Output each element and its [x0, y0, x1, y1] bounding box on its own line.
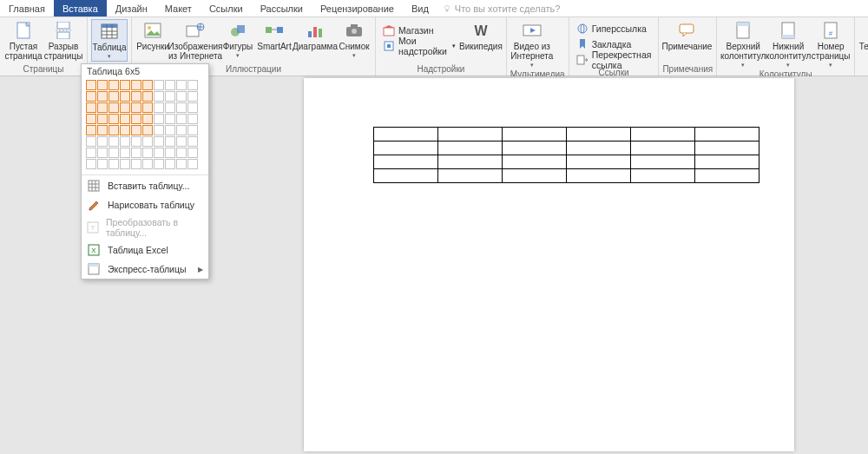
table-button[interactable]: Таблица ▾ — [91, 19, 128, 62]
tab-review[interactable]: Рецензирование — [312, 0, 403, 16]
grid-picker-cell[interactable] — [187, 159, 198, 169]
table-cell[interactable] — [438, 169, 503, 183]
grid-picker-cell[interactable] — [165, 91, 175, 102]
grid-picker-cell[interactable] — [120, 159, 130, 169]
grid-picker-cell[interactable] — [120, 114, 130, 124]
grid-picker-cell[interactable] — [120, 136, 130, 147]
grid-picker-cell[interactable] — [187, 114, 198, 124]
grid-picker-cell[interactable] — [154, 125, 164, 135]
page-number-button[interactable]: #Номер страницы▾ — [811, 19, 851, 69]
grid-picker-cell[interactable] — [97, 159, 108, 169]
grid-picker-cell[interactable] — [97, 125, 108, 135]
grid-picker-cell[interactable] — [154, 91, 164, 102]
grid-picker-cell[interactable] — [142, 80, 153, 90]
grid-picker-cell[interactable] — [108, 148, 119, 158]
grid-picker-cell[interactable] — [142, 102, 153, 113]
table-cell[interactable] — [438, 128, 503, 141]
grid-picker-cell[interactable] — [86, 148, 96, 158]
grid-picker-cell[interactable] — [176, 80, 187, 90]
grid-picker-cell[interactable] — [187, 125, 198, 135]
header-button[interactable]: Верхний колонтитул▾ — [720, 19, 766, 69]
table-cell[interactable] — [695, 141, 760, 155]
grid-picker-cell[interactable] — [86, 91, 96, 102]
chart-button[interactable]: Диаграмма — [293, 19, 337, 51]
grid-picker-cell[interactable] — [165, 136, 175, 147]
table-cell[interactable] — [631, 155, 695, 169]
table-cell[interactable] — [567, 141, 631, 155]
quick-tables-item[interactable]: Экспресс-таблицы▶ — [82, 260, 208, 279]
grid-picker-cell[interactable] — [108, 102, 119, 113]
table-cell[interactable] — [567, 155, 631, 169]
grid-picker-cell[interactable] — [176, 148, 187, 158]
grid-picker-cell[interactable] — [142, 159, 153, 169]
insert-table-item[interactable]: Вставить таблицу... — [82, 176, 208, 195]
grid-picker-cell[interactable] — [131, 80, 141, 90]
table-cell[interactable] — [631, 169, 695, 183]
my-addins-button[interactable]: Мои надстройки▾ — [379, 38, 459, 54]
table-cell[interactable] — [374, 128, 438, 141]
grid-picker-cell[interactable] — [176, 159, 187, 169]
table-cell[interactable] — [374, 169, 438, 183]
grid-picker-cell[interactable] — [142, 148, 153, 158]
grid-picker-cell[interactable] — [187, 102, 198, 113]
grid-picker-cell[interactable] — [154, 80, 164, 90]
table-cell[interactable] — [503, 155, 567, 169]
smartart-button[interactable]: SmartArt — [255, 19, 293, 51]
grid-picker-cell[interactable] — [142, 136, 153, 147]
grid-picker-cell[interactable] — [187, 80, 198, 90]
grid-picker-cell[interactable] — [165, 80, 175, 90]
online-pictures-button[interactable]: Изображения из Интернета — [170, 19, 220, 61]
grid-picker-cell[interactable] — [97, 148, 108, 158]
crossref-button[interactable]: Перекрестная ссылка — [573, 52, 655, 68]
grid-picker-cell[interactable] — [176, 91, 187, 102]
grid-picker-cell[interactable] — [108, 125, 119, 135]
grid-picker[interactable] — [82, 78, 208, 174]
grid-picker-cell[interactable] — [131, 159, 141, 169]
table-cell[interactable] — [695, 128, 760, 141]
grid-picker-cell[interactable] — [120, 91, 130, 102]
grid-picker-cell[interactable] — [131, 91, 141, 102]
grid-picker-cell[interactable] — [176, 125, 187, 135]
grid-picker-cell[interactable] — [86, 114, 96, 124]
grid-picker-cell[interactable] — [120, 80, 130, 90]
grid-picker-cell[interactable] — [154, 102, 164, 113]
tab-insert[interactable]: Вставка — [54, 0, 107, 16]
grid-picker-cell[interactable] — [108, 91, 119, 102]
grid-picker-cell[interactable] — [176, 102, 187, 113]
grid-picker-cell[interactable] — [86, 159, 96, 169]
table-cell[interactable] — [695, 155, 760, 169]
table-cell[interactable] — [503, 128, 567, 141]
excel-table-item[interactable]: XТаблица Excel — [82, 240, 208, 260]
grid-picker-cell[interactable] — [131, 102, 141, 113]
table-cell[interactable] — [631, 128, 695, 141]
table-cell[interactable] — [567, 169, 631, 183]
grid-picker-cell[interactable] — [131, 125, 141, 135]
table-cell[interactable] — [503, 169, 567, 183]
table-cell[interactable] — [374, 141, 438, 155]
table-cell[interactable] — [695, 169, 760, 183]
grid-picker-cell[interactable] — [108, 136, 119, 147]
wikipedia-button[interactable]: WВикипедия — [459, 19, 503, 51]
grid-picker-cell[interactable] — [187, 91, 198, 102]
grid-picker-cell[interactable] — [165, 102, 175, 113]
textbox-button[interactable]: AТекстовое поле▾ — [858, 19, 868, 69]
grid-picker-cell[interactable] — [86, 102, 96, 113]
tab-home[interactable]: Главная — [0, 0, 54, 16]
grid-picker-cell[interactable] — [165, 114, 175, 124]
grid-picker-cell[interactable] — [165, 148, 175, 158]
table-cell[interactable] — [503, 141, 567, 155]
tab-mailings[interactable]: Рассылки — [252, 0, 312, 16]
table-cell[interactable] — [438, 141, 503, 155]
grid-picker-cell[interactable] — [187, 136, 198, 147]
grid-picker-cell[interactable] — [176, 114, 187, 124]
tellme-search[interactable]: Что вы хотите сделать? — [443, 0, 561, 16]
grid-picker-cell[interactable] — [97, 136, 108, 147]
tab-design[interactable]: Дизайн — [107, 0, 156, 16]
grid-picker-cell[interactable] — [108, 80, 119, 90]
document-page[interactable] — [304, 78, 794, 451]
grid-picker-cell[interactable] — [108, 114, 119, 124]
shapes-button[interactable]: Фигуры▾ — [220, 19, 255, 60]
grid-picker-cell[interactable] — [86, 136, 96, 147]
blank-page-button[interactable]: Пустая страница — [3, 19, 43, 61]
grid-picker-cell[interactable] — [142, 114, 153, 124]
